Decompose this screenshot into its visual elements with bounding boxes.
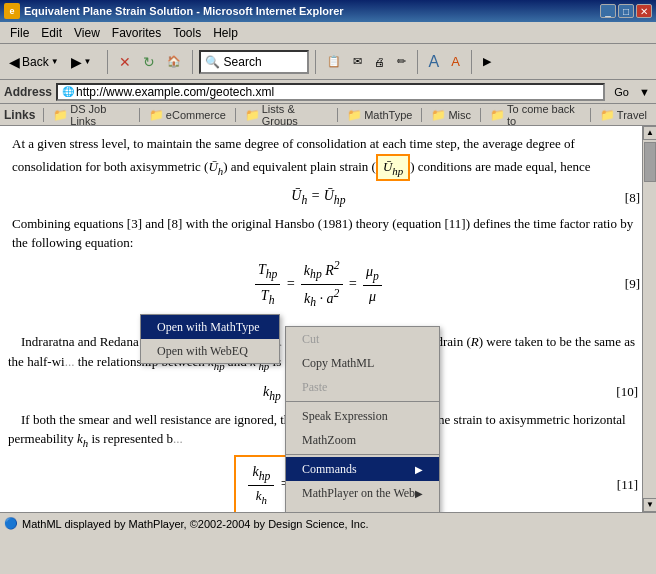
link-ecommerce[interactable]: 📁 eCommerce: [144, 106, 231, 124]
toolbar-sep-3: [315, 50, 316, 74]
equation-9-row: Thp Th = khp R2 kh · a2 = μp μ [9]: [12, 257, 644, 312]
ctx-commands[interactable]: Commands ▶: [286, 457, 439, 481]
address-label: Address: [4, 85, 52, 99]
sub-open-webeq[interactable]: Open with WebEQ: [141, 339, 279, 363]
refresh-button[interactable]: ↻: [138, 48, 160, 76]
link-label-2: eCommerce: [166, 109, 226, 121]
link-to-come-back-to[interactable]: 📁 To come back to: [485, 104, 586, 126]
link-travel[interactable]: 📁 Travel: [595, 106, 652, 124]
history-button[interactable]: 📋: [322, 48, 346, 76]
mail-icon: ✉: [353, 55, 362, 68]
ctx-about-mathplayer[interactable]: About MathPlayer: [286, 505, 439, 512]
folder-icon-4: 📁: [347, 108, 362, 122]
font2-button[interactable]: A: [446, 48, 465, 76]
edit-icon: ✏: [397, 55, 406, 68]
menu-bar: File Edit View Favorites Tools Help: [0, 22, 656, 44]
ctx-mathplayer-web-label: MathPlayer on the Web: [302, 484, 415, 502]
search-label: Search: [224, 55, 262, 69]
toolbar-sep-1: [107, 50, 108, 74]
eq11-label: [11]: [617, 475, 642, 495]
refresh-icon: ↻: [143, 54, 155, 70]
toolbar-sep-4: [417, 50, 418, 74]
font-button[interactable]: A: [424, 48, 445, 76]
scroll-thumb[interactable]: [644, 142, 656, 182]
menu-view[interactable]: View: [68, 22, 106, 43]
folder-icon-2: 📁: [149, 108, 164, 122]
link-label-5: Misc: [448, 109, 471, 121]
history-icon: 📋: [327, 55, 341, 68]
address-input[interactable]: 🌐 http://www.example.com/geotech.xml: [56, 83, 605, 101]
address-dropdown-button[interactable]: ▼: [638, 81, 652, 103]
link-mathtype[interactable]: 📁 MathType: [342, 106, 417, 124]
address-value: http://www.example.com/geotech.xml: [76, 85, 274, 99]
link-ds-job-links[interactable]: 📁 DS Job Links: [48, 104, 135, 126]
eq8-left: Ūh = Ūhp: [291, 188, 345, 203]
menu-help[interactable]: Help: [207, 22, 244, 43]
menu-file[interactable]: File: [4, 22, 35, 43]
back-dropdown-icon: ▼: [51, 57, 59, 66]
ctx-sep-1: [286, 401, 439, 402]
links-bar: Links 📁 DS Job Links 📁 eCommerce 📁 Lists…: [0, 104, 656, 126]
link-misc[interactable]: 📁 Misc: [426, 106, 476, 124]
links-sep-1: [139, 108, 140, 122]
submenu-commands: Open with MathType Open with WebEQ: [140, 314, 280, 364]
link-label-3: Lists & Groups: [262, 104, 329, 126]
close-button[interactable]: ✕: [636, 4, 652, 18]
sub-open-mathtype[interactable]: Open with MathType: [141, 315, 279, 339]
home-button[interactable]: 🏠: [162, 48, 186, 76]
link-label-1: DS Job Links: [70, 104, 130, 126]
ctx-sep-2: [286, 454, 439, 455]
paragraph-1: At a given stress level, to maintain the…: [12, 134, 644, 181]
ctx-speak[interactable]: Speak Expression: [286, 404, 439, 428]
equation-8-row: Ūh = Ūhp [8]: [12, 185, 644, 209]
ctx-mathplayer-web[interactable]: MathPlayer on the Web ▶: [286, 481, 439, 505]
status-icon: 🔵: [4, 517, 18, 530]
app-icon: e: [4, 3, 20, 19]
back-button[interactable]: ◀ Back ▼: [4, 48, 64, 76]
minimize-button[interactable]: _: [600, 4, 616, 18]
forward-button[interactable]: ▶ ▼: [66, 48, 97, 76]
stop-icon: ✕: [119, 54, 131, 70]
menu-favorites[interactable]: Favorites: [106, 22, 167, 43]
scrollbar[interactable]: ▲ ▼: [642, 126, 656, 512]
forward-dropdown-icon: ▼: [84, 57, 92, 66]
link-label-4: MathType: [364, 109, 412, 121]
link-label-7: Travel: [617, 109, 647, 121]
status-text: MathML displayed by MathPlayer, ©2002-20…: [22, 518, 368, 530]
title-bar: e Equivalent Plane Strain Solution - Mic…: [0, 0, 656, 22]
menu-edit[interactable]: Edit: [35, 22, 68, 43]
maximize-button[interactable]: □: [618, 4, 634, 18]
ctx-copy-mathml[interactable]: Copy MathML: [286, 351, 439, 375]
ctx-commands-label: Commands: [302, 460, 357, 478]
edit-button[interactable]: ✏: [392, 48, 411, 76]
status-bar: 🔵 MathML displayed by MathPlayer, ©2002-…: [0, 512, 656, 534]
folder-icon-1: 📁: [53, 108, 68, 122]
print-button[interactable]: 🖨: [369, 48, 390, 76]
media-button[interactable]: ▶: [478, 48, 496, 76]
folder-icon-5: 📁: [431, 108, 446, 122]
address-go-button[interactable]: Go: [609, 81, 634, 103]
folder-icon-3: 📁: [245, 108, 260, 122]
links-sep-2: [235, 108, 236, 122]
folder-icon-7: 📁: [600, 108, 615, 122]
search-box: 🔍 Search: [199, 50, 309, 74]
context-menu: Cut Copy MathML Paste Speak Expression M…: [285, 326, 440, 512]
toolbar-sep-5: [471, 50, 472, 74]
mail-button[interactable]: ✉: [348, 48, 367, 76]
ctx-paste[interactable]: Paste: [286, 375, 439, 399]
scroll-up-button[interactable]: ▲: [643, 126, 656, 140]
content-area: At a given stress level, to maintain the…: [0, 126, 656, 512]
scroll-down-button[interactable]: ▼: [643, 498, 656, 512]
menu-tools[interactable]: Tools: [167, 22, 207, 43]
ctx-mathzoom[interactable]: MathZoom: [286, 428, 439, 452]
links-sep-4: [421, 108, 422, 122]
stop-button[interactable]: ✕: [114, 48, 136, 76]
forward-arrow-icon: ▶: [71, 54, 82, 70]
toolbar-sep-2: [192, 50, 193, 74]
paragraph-2: Combining equations [3] and [8] with the…: [12, 214, 644, 253]
search-glass-icon: 🔍: [205, 55, 220, 69]
ctx-cut[interactable]: Cut: [286, 327, 439, 351]
links-sep-3: [337, 108, 338, 122]
link-lists-groups[interactable]: 📁 Lists & Groups: [240, 104, 334, 126]
home-icon: 🏠: [167, 55, 181, 68]
